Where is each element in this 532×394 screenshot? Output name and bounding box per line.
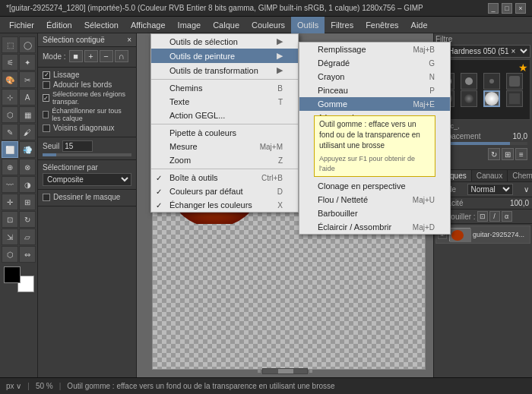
tool-airbrush[interactable]: 💨 bbox=[19, 141, 36, 158]
menu-paint-gomme[interactable]: Gomme Maj+E bbox=[299, 97, 450, 111]
menu-couleurs[interactable]: Couleurs bbox=[245, 17, 291, 33]
menu-selection[interactable]: Sélection bbox=[78, 17, 125, 33]
brush-item[interactable] bbox=[461, 90, 477, 107]
tool-bucket-fill[interactable]: ⬡ bbox=[2, 106, 18, 123]
maximize-button[interactable]: □ bbox=[502, 3, 512, 14]
tool-scissors[interactable]: ✂ bbox=[19, 71, 36, 88]
tool-shear[interactable]: ▱ bbox=[19, 229, 36, 245]
menu-outils-boite[interactable]: ✓ Boîte à outils Ctrl+B bbox=[151, 171, 298, 184]
tool-rect-select[interactable]: ⬚ bbox=[2, 36, 18, 53]
tool-dodge[interactable]: ◑ bbox=[19, 176, 36, 193]
minimize-button[interactable]: _ bbox=[488, 3, 499, 14]
lissage-checkbox[interactable]: ✓ bbox=[43, 71, 50, 79]
tool-crop[interactable]: ⊡ bbox=[2, 211, 18, 228]
menu-paint-aerographe[interactable]: Aérographe bbox=[299, 111, 450, 125]
mode-intersect[interactable]: ∩ bbox=[115, 50, 128, 62]
menu-outils-mesure[interactable]: Mesure Maj+M bbox=[151, 140, 298, 153]
tool-eraser[interactable]: ⬜ bbox=[2, 141, 18, 158]
menu-paint-correcteur[interactable]: Correcteur H bbox=[299, 165, 450, 179]
brush-item[interactable] bbox=[506, 90, 523, 107]
tool-move[interactable]: ✛ bbox=[2, 194, 18, 210]
options-close[interactable]: × bbox=[127, 36, 131, 44]
brush-item-active[interactable] bbox=[483, 90, 500, 107]
menu-outils-action[interactable]: Action GEGL... bbox=[151, 109, 298, 122]
menu-image[interactable]: Image bbox=[172, 17, 207, 33]
echantillonner-checkbox[interactable] bbox=[43, 111, 49, 118]
menu-paint-clonage-persp[interactable]: Clonage en perspective bbox=[299, 179, 450, 193]
menu-outils-transformation[interactable]: Outils de transformation ▶ bbox=[151, 63, 298, 77]
dessiner-checkbox[interactable] bbox=[43, 194, 50, 201]
menu-paint-crayon[interactable]: Crayon N bbox=[299, 70, 450, 84]
menu-outils[interactable]: Outils bbox=[291, 17, 325, 33]
menu-outils-couleurs-def[interactable]: ✓ Couleurs par défaut D bbox=[151, 184, 298, 198]
select-par-dropdown[interactable]: Composite bbox=[43, 173, 131, 186]
lock-pixels[interactable]: ⊡ bbox=[477, 211, 488, 222]
mode-row: Mode : ■ + − ∩ bbox=[43, 50, 131, 62]
tool-smudge[interactable]: 〰 bbox=[2, 176, 18, 193]
close-button[interactable]: × bbox=[515, 3, 526, 14]
lock-position[interactable]: / bbox=[489, 211, 500, 222]
menu-paint-degrade[interactable]: Dégradé G bbox=[299, 56, 450, 70]
menu-filtres[interactable]: Filtres bbox=[325, 17, 359, 33]
menu-calque[interactable]: Calque bbox=[207, 17, 245, 33]
menu-paint-barbouiller[interactable]: Barbouiller bbox=[299, 206, 450, 220]
mode-add[interactable]: + bbox=[84, 50, 98, 62]
menu-outils-echanger[interactable]: ✓ Échanger les couleurs X bbox=[151, 198, 298, 212]
layers-tab-chemins[interactable]: Chemins bbox=[508, 170, 532, 181]
menu-paint-clonage[interactable]: Clonage bbox=[299, 152, 450, 165]
tool-align[interactable]: ⊞ bbox=[19, 194, 36, 210]
tool-rotate[interactable]: ↻ bbox=[19, 211, 36, 228]
menu-paint-eclaircir[interactable]: Éclaircir / Assombrir Maj+D bbox=[299, 220, 450, 234]
menu-outils-zoom[interactable]: Zoom Z bbox=[151, 153, 298, 167]
menu-outils-selection[interactable]: Outils de sélection ▶ bbox=[151, 34, 298, 49]
layers-mode-select[interactable]: Normal bbox=[467, 184, 513, 195]
spacing-slider[interactable] bbox=[439, 142, 527, 145]
tool-text[interactable]: A bbox=[19, 89, 36, 106]
seuil-slider[interactable] bbox=[43, 153, 131, 156]
menu-outils-texte[interactable]: Texte T bbox=[151, 95, 298, 109]
tool-clone[interactable]: ⊕ bbox=[2, 159, 18, 175]
mode-subtract[interactable]: − bbox=[100, 50, 113, 62]
menu-paint-flou[interactable]: Flou / Netteté Maj+U bbox=[299, 193, 450, 206]
tool-perspective[interactable]: ⬡ bbox=[2, 246, 18, 263]
tool-blend[interactable]: ▦ bbox=[19, 106, 36, 123]
tool-paintbrush[interactable]: 🖌 bbox=[19, 124, 36, 140]
mode-replace[interactable]: ■ bbox=[69, 50, 83, 62]
tool-scale[interactable]: ⇲ bbox=[2, 229, 18, 245]
h-scrollbar[interactable] bbox=[258, 368, 312, 374]
tool-free-select[interactable]: ⚟ bbox=[2, 54, 18, 71]
brush-refresh[interactable]: ↻ bbox=[488, 148, 500, 160]
brushes-favorite[interactable]: ★ bbox=[518, 61, 528, 74]
brush-list[interactable]: ≡ bbox=[515, 148, 527, 160]
foreground-color[interactable] bbox=[4, 266, 21, 283]
brush-item[interactable] bbox=[483, 73, 500, 90]
voisins-checkbox[interactable] bbox=[43, 125, 50, 132]
menu-outils-peinture[interactable]: Outils de peinture ▶ bbox=[151, 49, 298, 63]
menu-outils-chemins[interactable]: Chemins B bbox=[151, 81, 298, 95]
brush-grid[interactable]: ⊞ bbox=[502, 148, 514, 160]
tool-heal[interactable]: ⊗ bbox=[19, 159, 36, 175]
tool-pencil[interactable]: ✎ bbox=[2, 124, 18, 140]
menu-aide[interactable]: Aide bbox=[405, 17, 434, 33]
tool-ellipse-select[interactable]: ◯ bbox=[19, 36, 36, 53]
lock-alpha[interactable]: α bbox=[502, 211, 512, 222]
brush-item[interactable] bbox=[506, 73, 523, 90]
menu-fichier[interactable]: Fichier bbox=[3, 17, 40, 33]
tool-paths[interactable]: ⊹ bbox=[2, 89, 18, 106]
tool-flip[interactable]: ⇔ bbox=[19, 246, 36, 263]
tool-fuzzy-select[interactable]: ✦ bbox=[19, 54, 36, 71]
regions-checkbox[interactable]: ✓ bbox=[43, 94, 49, 102]
adoucir-checkbox[interactable] bbox=[43, 81, 50, 89]
menu-paint-brosses[interactable]: Brosses MyPai... bbox=[299, 138, 450, 152]
seuil-input[interactable] bbox=[62, 140, 93, 152]
menu-paint-pinceau[interactable]: Pinceau P bbox=[299, 84, 450, 97]
menu-affichage[interactable]: Affichage bbox=[125, 17, 172, 33]
tool-select-color[interactable]: 🎨 bbox=[2, 71, 18, 88]
menu-outils-pipette[interactable]: Pipette à couleurs bbox=[151, 126, 298, 140]
menu-fenetres[interactable]: Fenêtres bbox=[359, 17, 404, 33]
brush-item[interactable] bbox=[461, 73, 477, 90]
layers-tab-canaux[interactable]: Canaux bbox=[472, 170, 508, 181]
menu-edition[interactable]: Édition bbox=[40, 17, 78, 33]
menu-paint-remplissage[interactable]: Remplissage Maj+B bbox=[299, 43, 450, 56]
menu-paint-calligraphie[interactable]: Calligraphie bbox=[299, 125, 450, 138]
